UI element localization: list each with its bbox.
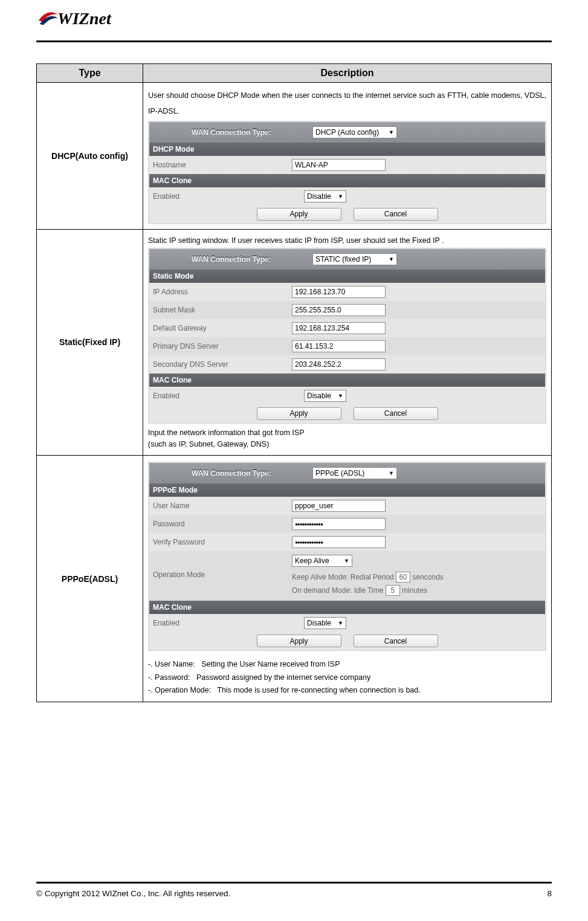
dns2-label: Secondary DNS Server: [153, 360, 292, 369]
subnet-input[interactable]: 255.255.255.0: [292, 304, 386, 316]
static-note2: (such as IP, Subnet, Gateway, DNS): [148, 439, 546, 450]
enabled-value: Disable: [307, 392, 331, 400]
enabled-label: Enabled: [153, 392, 292, 400]
chevron-down-icon: ▼: [338, 193, 343, 199]
wan-label: WAN Connection Type:: [192, 128, 300, 137]
hostname-label: Hostname: [153, 161, 292, 169]
enabled-label: Enabled: [153, 619, 292, 627]
enabled-label: Enabled: [153, 192, 292, 201]
chevron-down-icon: ▼: [389, 470, 394, 476]
ondemand-prefix: On demand Mode: Idle Time: [292, 586, 383, 595]
note-pw-label: -. Password:: [148, 673, 190, 682]
gw-input[interactable]: 192.168.123.254: [292, 322, 386, 334]
mac-clone-header: MAC Clone: [149, 601, 545, 614]
wan-type-table: Type Description DHCP(Auto config) User …: [36, 63, 552, 702]
op-mode-label: Operation Mode: [153, 555, 292, 579]
enabled-select[interactable]: Disable ▼: [304, 390, 346, 402]
cancel-button[interactable]: Cancel: [354, 635, 438, 647]
chevron-down-icon: ▼: [389, 129, 394, 135]
note-user-label: -. User Name:: [148, 660, 195, 668]
copyright-text: © Copyright 2012 WIZnet Co., Inc. All ri…: [36, 889, 230, 898]
desc-static: Static IP setting window. If user receiv…: [143, 229, 552, 456]
keep-alive-suffix: senconds: [412, 573, 443, 581]
logo: WIZnet: [36, 9, 552, 39]
password-input[interactable]: ●●●●●●●●●●●●: [292, 518, 386, 530]
enabled-select[interactable]: Disable ▼: [304, 190, 346, 202]
ip-input[interactable]: 192.168.123.70: [292, 286, 386, 298]
wan-select-value: PPPoE (ADSL): [315, 469, 364, 477]
desc-dhcp: User should choose DHCP Mode when the us…: [143, 83, 552, 230]
col-desc-header: Description: [143, 64, 552, 83]
op-mode-value: Keep Alive: [295, 557, 329, 565]
note-op-label: -. Operation Mode:: [148, 686, 211, 694]
note-user-text: Setting the User Name received from ISP: [201, 660, 340, 668]
hostname-input[interactable]: WLAN-AP: [292, 159, 386, 171]
mac-clone-header: MAC Clone: [149, 174, 545, 187]
type-dhcp: DHCP(Auto config): [37, 83, 143, 230]
user-input[interactable]: pppoe_user: [292, 500, 386, 512]
chevron-down-icon: ▼: [338, 393, 343, 399]
pppoe-panel: WAN Connection Type: PPPoE (ADSL) ▼ PPPo…: [148, 462, 546, 651]
apply-button[interactable]: Apply: [257, 407, 341, 420]
mac-clone-header: MAC Clone: [149, 373, 545, 387]
gw-label: Default Gateway: [153, 324, 292, 332]
op-mode-select[interactable]: Keep Alive ▼: [292, 555, 352, 567]
verify-password-input[interactable]: ●●●●●●●●●●●●: [292, 536, 386, 548]
footer-divider: [36, 882, 552, 884]
password-label: Password: [153, 520, 292, 528]
subnet-label: Subnet Mask: [153, 306, 292, 314]
static-desc-text: Static IP setting window. If user receiv…: [148, 234, 546, 247]
redial-period-input[interactable]: 60: [396, 572, 410, 583]
verify-password-label: Verify Password: [153, 538, 292, 546]
pppoe-mode-header: PPPoE Mode: [149, 483, 545, 497]
static-mode-header: Static Mode: [149, 270, 545, 283]
user-label: User Name: [153, 502, 292, 510]
ip-label: IP Address: [153, 288, 292, 296]
desc-pppoe: WAN Connection Type: PPPoE (ADSL) ▼ PPPo…: [143, 456, 552, 702]
wan-label: WAN Connection Type:: [192, 469, 300, 477]
dhcp-mode-header: DHCP Mode: [149, 143, 545, 156]
keep-alive-prefix: Keep Alive Mode: Redial Period: [292, 573, 394, 581]
note-pw-text: Password assigned by the internet servic…: [196, 673, 370, 682]
dns1-label: Primary DNS Server: [153, 342, 292, 351]
type-pppoe: PPPoE(ADSL): [37, 456, 143, 702]
wan-select[interactable]: STATIC (fixed IP) ▼: [312, 253, 397, 265]
logo-swoosh: [36, 7, 59, 30]
enabled-select[interactable]: Disable ▼: [304, 617, 346, 629]
chevron-down-icon: ▼: [389, 256, 394, 262]
header-divider: [36, 40, 552, 42]
enabled-value: Disable: [307, 192, 331, 201]
apply-button[interactable]: Apply: [257, 635, 341, 647]
wan-select-value: DHCP (Auto config): [315, 128, 379, 137]
pppoe-notes: -. User Name: Setting the User Name rece…: [148, 658, 546, 697]
cancel-button[interactable]: Cancel: [354, 407, 438, 420]
logo-text: WIZnet: [57, 9, 111, 28]
cancel-button[interactable]: Cancel: [354, 208, 438, 221]
dhcp-panel: WAN Connection Type: DHCP (Auto config) …: [148, 121, 546, 224]
apply-button[interactable]: Apply: [257, 208, 341, 221]
note-op-text: This mode is used for re-connecting when…: [217, 686, 420, 694]
dns2-input[interactable]: 203.248.252.2: [292, 358, 386, 370]
wan-select[interactable]: PPPoE (ADSL) ▼: [312, 467, 397, 479]
dns1-input[interactable]: 61.41.153.2: [292, 340, 386, 352]
col-type-header: Type: [37, 64, 143, 83]
wan-select[interactable]: DHCP (Auto config) ▼: [312, 126, 397, 138]
enabled-value: Disable: [307, 619, 331, 627]
page-number: 8: [547, 889, 552, 898]
dhcp-desc-text: User should choose DHCP Mode when the us…: [148, 88, 546, 120]
type-static: Static(Fixed IP): [37, 229, 143, 456]
chevron-down-icon: ▼: [338, 620, 343, 626]
static-panel: WAN Connection Type: STATIC (fixed IP) ▼…: [148, 248, 546, 424]
ondemand-suffix: minutes: [402, 586, 427, 595]
chevron-down-icon: ▼: [344, 558, 349, 564]
idle-time-input[interactable]: 5: [386, 585, 400, 596]
static-note1: Input the network information that got f…: [148, 427, 546, 439]
wan-label: WAN Connection Type:: [192, 255, 300, 263]
wan-select-value: STATIC (fixed IP): [315, 255, 371, 263]
